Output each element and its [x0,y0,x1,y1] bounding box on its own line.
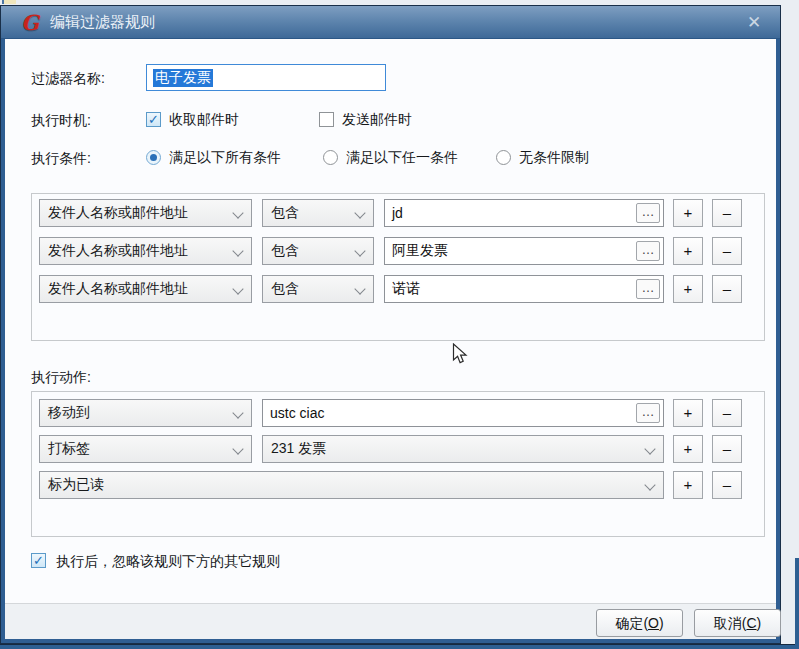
add-row-button[interactable]: + [673,399,703,427]
browse-button[interactable]: … [636,279,660,299]
condition-field-select[interactable]: 发件人名称或邮件地址 [39,237,252,265]
mode-any-label: 满足以下任一条件 [346,147,458,167]
select-value: 打标签 [48,440,90,458]
input-value: 阿里发票 [392,242,448,260]
button-label: 确定( [615,615,648,631]
input-value: ustc ciac [270,405,324,421]
stop-processing-label: 执行后，忽略该规则下方的其它规则 [56,551,280,571]
mode-none-label: 无条件限制 [519,147,589,167]
condition-operator-select[interactable]: 包含 [262,237,374,265]
add-row-button[interactable]: + [673,435,703,463]
mode-label: 执行条件: [31,148,91,168]
radio-dot [150,154,157,161]
select-value: 包含 [271,242,299,260]
remove-row-button[interactable]: – [712,471,742,499]
chevron-down-icon [232,207,243,218]
button-label: ) [757,615,762,631]
actions-label: 执行动作: [31,367,91,387]
cancel-button[interactable]: 取消(C) [694,609,781,637]
background-window-artifact [2,0,16,4]
send-mail-label: 发送邮件时 [342,109,412,129]
remove-row-button[interactable]: – [712,237,742,265]
add-row-button[interactable]: + [673,237,703,265]
remove-row-button[interactable]: – [712,275,742,303]
mouse-cursor [452,343,470,370]
foxmail-logo-icon: G [21,12,39,33]
add-row-button[interactable]: + [673,471,703,499]
mode-all-label: 满足以下所有条件 [169,147,281,167]
filter-name-label: 过滤器名称: [31,68,105,88]
add-row-button[interactable]: + [673,199,703,227]
check-icon: ✓ [32,554,45,567]
select-value: 发件人名称或邮件地址 [48,280,188,298]
condition-value-input[interactable]: jd … [384,199,664,227]
timing-label: 执行时机: [31,110,91,130]
edit-filter-dialog: G 编辑过滤器规则 ✕ 过滤器名称: 电子发票 执行时机: ✓ 收取邮件时 发送… [0,5,781,644]
receive-mail-checkbox[interactable]: ✓ [146,112,161,127]
select-value: 231 发票 [271,440,326,458]
input-value: 诺诺 [392,280,420,298]
chevron-down-icon [232,283,243,294]
browse-button[interactable]: … [636,203,660,223]
condition-operator-select[interactable]: 包含 [262,199,374,227]
select-value: 标为已读 [48,476,104,494]
chevron-down-icon [232,245,243,256]
condition-field-select[interactable]: 发件人名称或邮件地址 [39,199,252,227]
action-tag-select[interactable]: 231 发票 [262,435,664,463]
remove-row-button[interactable]: – [712,199,742,227]
browse-button[interactable]: … [636,403,660,423]
action-type-select[interactable]: 移动到 [39,399,252,427]
action-target-input[interactable]: ustc ciac … [262,399,664,427]
condition-value-input[interactable]: 诺诺 … [384,275,664,303]
close-icon: ✕ [747,13,761,32]
chevron-down-icon [232,443,243,454]
add-row-button[interactable]: + [673,275,703,303]
condition-field-select[interactable]: 发件人名称或邮件地址 [39,275,252,303]
background-window-right-edge [795,558,799,649]
select-value: 发件人名称或邮件地址 [48,242,188,260]
action-type-select[interactable]: 标为已读 [39,471,664,499]
chevron-down-icon [354,283,365,294]
chevron-down-icon [644,479,655,490]
browse-button[interactable]: … [636,241,660,261]
check-icon: ✓ [147,113,160,126]
mode-radio-all[interactable] [146,150,161,165]
button-label: 取消( [714,615,747,631]
chevron-down-icon [354,245,365,256]
chevron-down-icon [354,207,365,218]
selected-text: 电子发票 [153,69,213,87]
send-mail-checkbox[interactable] [319,112,334,127]
ok-button[interactable]: 确定(O) [596,609,683,637]
select-value: 包含 [271,280,299,298]
button-label: ) [659,615,664,631]
dialog-title: 编辑过滤器规则 [50,13,155,32]
background-window-bottom-edge [0,644,799,649]
accel-key: C [746,615,756,631]
condition-operator-select[interactable]: 包含 [262,275,374,303]
input-value: jd [392,205,403,221]
select-value: 发件人名称或邮件地址 [48,204,188,222]
receive-mail-label: 收取邮件时 [169,109,239,129]
mode-radio-any[interactable] [323,150,338,165]
select-value: 移动到 [48,404,90,422]
remove-row-button[interactable]: – [712,399,742,427]
condition-value-input[interactable]: 阿里发票 … [384,237,664,265]
remove-row-button[interactable]: – [712,435,742,463]
chevron-down-icon [644,443,655,454]
chevron-down-icon [232,407,243,418]
titlebar: G 编辑过滤器规则 ✕ [1,6,780,39]
close-button[interactable]: ✕ [740,11,768,34]
filter-name-input[interactable]: 电子发票 [146,64,386,91]
accel-key: O [648,615,659,631]
stop-processing-checkbox[interactable]: ✓ [31,553,46,568]
mode-radio-none[interactable] [496,150,511,165]
select-value: 包含 [271,204,299,222]
action-type-select[interactable]: 打标签 [39,435,252,463]
